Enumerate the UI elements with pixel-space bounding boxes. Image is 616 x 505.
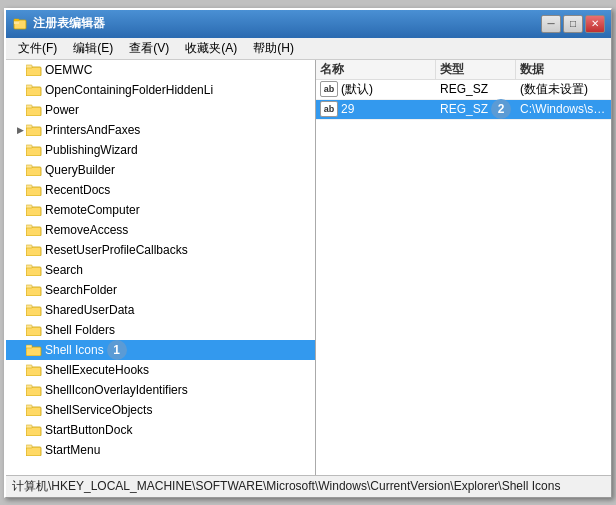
svg-rect-26: [26, 285, 32, 288]
svg-rect-40: [26, 425, 32, 428]
tree-item[interactable]: StartMenu: [6, 440, 315, 460]
registry-value-row[interactable]: ab29REG_SZ2C:\Windows\system32\ima: [316, 100, 611, 120]
registry-values-pane[interactable]: 名称 类型 数据 ab(默认)REG_SZ(数值未设置)ab29REG_SZ2C…: [316, 60, 611, 475]
registry-value-row[interactable]: ab(默认)REG_SZ(数值未设置): [316, 80, 611, 100]
tree-arrow-icon: [14, 404, 26, 416]
folder-icon: [26, 83, 42, 97]
tree-item-label: OpenContainingFolderHiddenLi: [45, 83, 213, 97]
tree-arrow-icon: [14, 144, 26, 156]
tree-arrow-icon: [14, 384, 26, 396]
tree-item-label: RecentDocs: [45, 183, 110, 197]
tree-item[interactable]: OEMWC: [6, 60, 315, 80]
menu-help[interactable]: 帮助(H): [245, 38, 302, 59]
value-data-cell: (数值未设置): [516, 81, 611, 98]
tree-item[interactable]: Power: [6, 100, 315, 120]
folder-icon: [26, 63, 42, 77]
tree-item-label: Shell Folders: [45, 323, 115, 337]
tree-item[interactable]: RemoteComputer: [6, 200, 315, 220]
tree-item-label: ShellIconOverlayIdentifiers: [45, 383, 188, 397]
tree-item-label: Search: [45, 263, 83, 277]
tree-item[interactable]: Shell Folders: [6, 320, 315, 340]
tree-arrow-icon: [14, 324, 26, 336]
registry-tree-pane[interactable]: OEMWC OpenContainingFolderHiddenLi Power…: [6, 60, 316, 475]
column-name[interactable]: 名称: [316, 60, 436, 79]
close-button[interactable]: ✕: [585, 15, 605, 33]
tree-item[interactable]: RemoveAccess: [6, 220, 315, 240]
badge-2: 2: [491, 99, 511, 119]
svg-rect-41: [26, 447, 41, 456]
svg-rect-21: [26, 247, 41, 256]
tree-item[interactable]: ShellIconOverlayIdentifiers: [6, 380, 315, 400]
folder-icon: [26, 423, 42, 437]
column-type[interactable]: 类型: [436, 60, 516, 79]
svg-rect-28: [26, 305, 32, 308]
folder-icon: [26, 203, 42, 217]
window-icon: [12, 16, 28, 32]
tree-item[interactable]: PublishingWizard: [6, 140, 315, 160]
status-text: 计算机\HKEY_LOCAL_MACHINE\SOFTWARE\Microsof…: [12, 478, 560, 495]
folder-icon: [26, 243, 42, 257]
tree-item[interactable]: OpenContainingFolderHiddenLi: [6, 80, 315, 100]
svg-rect-39: [26, 427, 41, 436]
svg-rect-16: [26, 185, 32, 188]
main-window: 注册表编辑器 ─ □ ✕ 文件(F) 编辑(E) 查看(V) 收藏夹(A) 帮助…: [4, 8, 612, 498]
folder-icon: [26, 183, 42, 197]
folder-icon: [26, 403, 42, 417]
menu-file[interactable]: 文件(F): [10, 38, 65, 59]
folder-icon: [26, 263, 42, 277]
svg-rect-4: [26, 65, 32, 68]
menu-favorites[interactable]: 收藏夹(A): [177, 38, 245, 59]
column-data[interactable]: 数据: [516, 60, 611, 79]
folder-icon: [26, 143, 42, 157]
svg-rect-34: [26, 365, 32, 368]
value-name-cell: ab(默认): [316, 81, 436, 98]
tree-arrow-icon: [14, 224, 26, 236]
tree-item[interactable]: ShellExecuteHooks: [6, 360, 315, 380]
svg-rect-10: [26, 125, 32, 128]
tree-arrow-icon: [14, 344, 26, 356]
menu-view[interactable]: 查看(V): [121, 38, 177, 59]
tree-item[interactable]: SearchFolder: [6, 280, 315, 300]
tree-item[interactable]: ShellServiceObjects: [6, 400, 315, 420]
tree-item[interactable]: SharedUserData: [6, 300, 315, 320]
tree-item[interactable]: Search: [6, 260, 315, 280]
tree-item[interactable]: RecentDocs: [6, 180, 315, 200]
svg-rect-7: [26, 107, 41, 116]
svg-rect-17: [26, 207, 41, 216]
tree-item-label: Shell Icons: [45, 343, 104, 357]
tree-item[interactable]: Shell Icons1: [6, 340, 315, 360]
svg-rect-25: [26, 287, 41, 296]
folder-icon: [26, 303, 42, 317]
tree-item-label: StartMenu: [45, 443, 100, 457]
tree-item-label: StartButtonDock: [45, 423, 132, 437]
tree-item[interactable]: QueryBuilder: [6, 160, 315, 180]
folder-icon: [26, 223, 42, 237]
svg-rect-24: [26, 265, 32, 268]
minimize-button[interactable]: ─: [541, 15, 561, 33]
svg-rect-32: [26, 345, 32, 348]
menu-edit[interactable]: 编辑(E): [65, 38, 121, 59]
tree-arrow-icon: [14, 284, 26, 296]
tree-item[interactable]: ResetUserProfileCallbacks: [6, 240, 315, 260]
tree-item[interactable]: StartButtonDock: [6, 420, 315, 440]
tree-item[interactable]: ▶ PrintersAndFaxes: [6, 120, 315, 140]
svg-rect-29: [26, 327, 41, 336]
svg-rect-35: [26, 387, 41, 396]
value-name-text: (默认): [341, 81, 373, 98]
status-bar: 计算机\HKEY_LOCAL_MACHINE\SOFTWARE\Microsof…: [6, 475, 611, 497]
svg-rect-27: [26, 307, 41, 316]
svg-rect-14: [26, 165, 32, 168]
tree-item-label: Power: [45, 103, 79, 117]
svg-rect-18: [26, 205, 32, 208]
svg-rect-15: [26, 187, 41, 196]
tree-arrow-icon: [14, 84, 26, 96]
folder-icon: [26, 443, 42, 457]
tree-item-label: PrintersAndFaxes: [45, 123, 140, 137]
tree-item-label: RemoteComputer: [45, 203, 140, 217]
reg-type-icon: ab: [320, 81, 338, 97]
reg-type-icon: ab: [320, 101, 338, 117]
folder-icon: [26, 343, 42, 357]
svg-rect-2: [14, 19, 19, 21]
maximize-button[interactable]: □: [563, 15, 583, 33]
window-title: 注册表编辑器: [33, 15, 541, 32]
